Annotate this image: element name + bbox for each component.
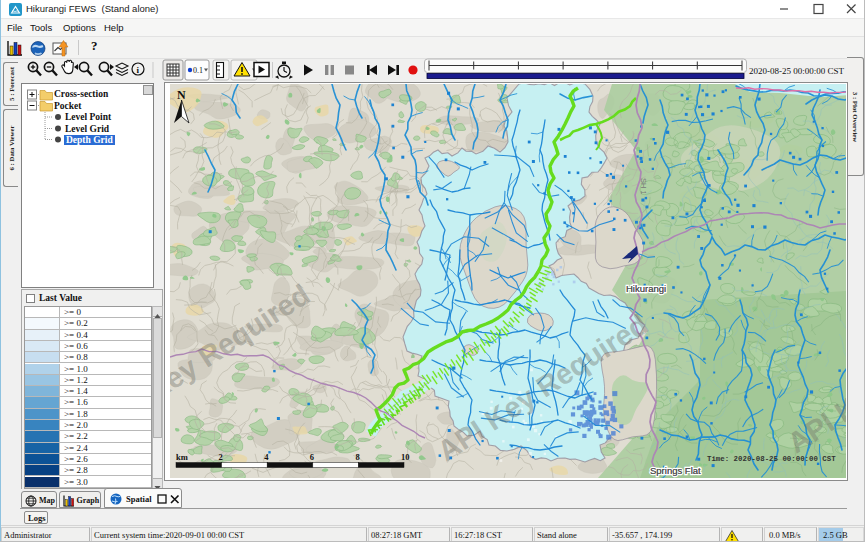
- svg-text:6: 6: [310, 452, 314, 462]
- svg-text:i: i: [137, 65, 140, 75]
- svg-text:0.1: 0.1: [193, 66, 203, 75]
- svg-text:10: 10: [401, 452, 410, 462]
- svg-text:N: N: [177, 88, 186, 102]
- svg-text:km: km: [176, 452, 188, 462]
- svg-text:Hikurangi: Hikurangi: [626, 283, 666, 294]
- svg-text:8: 8: [355, 452, 359, 462]
- svg-text:4: 4: [264, 452, 269, 462]
- svg-text:Time: 2020-08-25 00:00:00 CST: Time: 2020-08-25 00:00:00 CST: [707, 455, 836, 463]
- svg-text:2: 2: [219, 452, 223, 462]
- svg-text:Springs Flat: Springs Flat: [650, 465, 701, 476]
- svg-text:SH 1: SH 1: [639, 178, 648, 195]
